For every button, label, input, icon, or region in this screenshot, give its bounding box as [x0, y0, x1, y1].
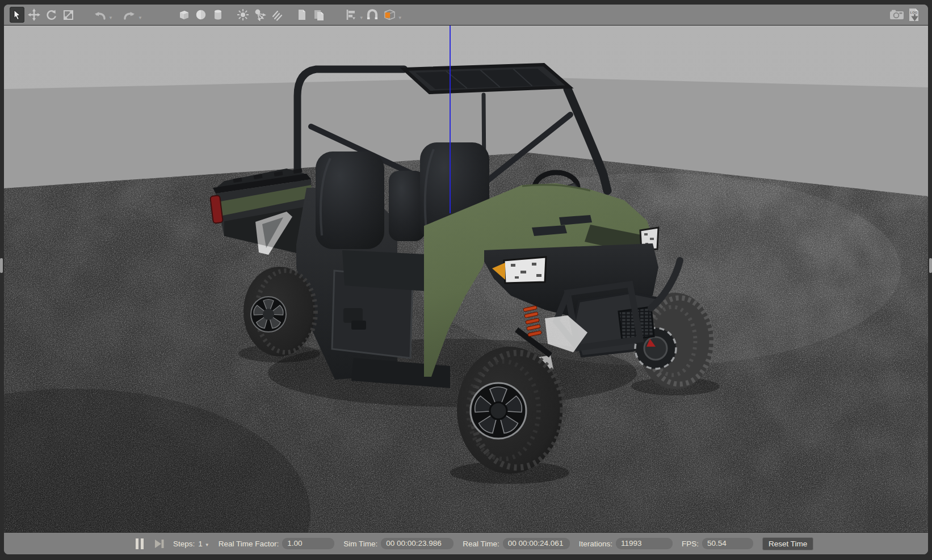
spot-light-icon	[254, 9, 266, 21]
app-frame: ▼ ▼	[4, 5, 928, 554]
undo-icon	[93, 9, 107, 20]
insert-cylinder-tool[interactable]	[211, 7, 225, 23]
scale-icon	[62, 9, 74, 21]
align-icon	[345, 9, 357, 21]
redo-button[interactable]	[122, 7, 137, 23]
step-icon	[154, 539, 164, 549]
log-record-button[interactable]: LOG	[906, 7, 921, 23]
insert-box-tool[interactable]	[177, 7, 191, 23]
real-time-label: Real Time:	[463, 540, 499, 548]
redo-icon	[123, 9, 136, 20]
point-light-tool[interactable]	[236, 7, 250, 23]
real-time-field: 00 00:00:24.061	[503, 538, 570, 549]
insert-sphere-tool[interactable]	[194, 7, 208, 23]
select-arrow-icon	[11, 9, 23, 20]
screenshot-camera-icon	[889, 9, 904, 20]
sphere-icon	[195, 9, 207, 21]
align-tool[interactable]	[343, 7, 358, 23]
toolbar: ▼ ▼	[4, 5, 928, 26]
iterations-label: Iterations:	[579, 540, 612, 548]
right-panel-splitter[interactable]	[929, 258, 932, 273]
pause-icon	[135, 538, 144, 549]
rotate-tool[interactable]	[44, 7, 58, 23]
undo-dropdown[interactable]: ▼	[108, 15, 113, 20]
rtf-label: Real Time Factor:	[219, 540, 279, 548]
steps-label: Steps:	[173, 540, 195, 548]
fps-field: 50.54	[702, 538, 753, 549]
log-record-icon: LOG	[908, 8, 920, 22]
iterations-field: 11993	[616, 538, 673, 549]
sim-time-label: Sim Time:	[343, 540, 377, 548]
gazebo-window: ▼ ▼	[0, 0, 932, 560]
snap-magnet-tool[interactable]	[365, 7, 380, 23]
redo-dropdown[interactable]: ▼	[138, 15, 142, 20]
front-left-wheel	[457, 347, 563, 474]
fps-label: FPS:	[682, 540, 699, 548]
snap-magnet-icon	[366, 9, 379, 21]
steps-value: 1	[198, 540, 203, 548]
view-angle-icon	[382, 8, 397, 22]
directional-light-icon	[271, 9, 283, 21]
scene-canvas	[4, 26, 928, 532]
view-angle-dropdown[interactable]: ▼	[398, 15, 402, 20]
copy-button[interactable]	[295, 7, 309, 23]
sim-time-field: 00 00:00:23.986	[381, 538, 454, 549]
log-badge-text: LOG	[910, 11, 918, 14]
step-button[interactable]	[154, 537, 164, 550]
align-dropdown[interactable]: ▼	[359, 15, 364, 20]
view-angle-tool[interactable]	[382, 7, 397, 23]
seat-middle	[389, 171, 425, 241]
reset-time-button[interactable]: Reset Time	[762, 537, 813, 550]
directional-light-tool[interactable]	[270, 7, 284, 23]
paste-icon	[313, 9, 325, 21]
scale-tool[interactable]	[61, 7, 75, 23]
rear-left-wheel	[244, 267, 316, 356]
spot-light-tool[interactable]	[253, 7, 267, 23]
pause-button[interactable]	[135, 537, 144, 550]
headlight-left	[504, 257, 546, 283]
statusbar: Steps: 1 ▼ Real Time Factor: 1.00 Sim Ti…	[4, 532, 928, 554]
box-icon	[178, 9, 190, 21]
point-light-icon	[237, 9, 249, 21]
copy-icon	[296, 9, 308, 21]
rotate-icon	[45, 9, 57, 21]
3d-viewport[interactable]	[4, 26, 928, 532]
rtf-field: 1.00	[282, 538, 334, 549]
translate-tool[interactable]	[27, 7, 41, 23]
paste-button[interactable]	[312, 7, 326, 23]
undo-button[interactable]	[93, 7, 107, 23]
screenshot-button[interactable]	[889, 7, 904, 23]
left-panel-splitter[interactable]	[0, 258, 3, 273]
select-arrow-tool[interactable]	[10, 7, 24, 23]
steps-dropdown[interactable]: ▼	[205, 542, 209, 548]
cylinder-icon	[212, 9, 224, 21]
translate-icon	[28, 9, 40, 21]
